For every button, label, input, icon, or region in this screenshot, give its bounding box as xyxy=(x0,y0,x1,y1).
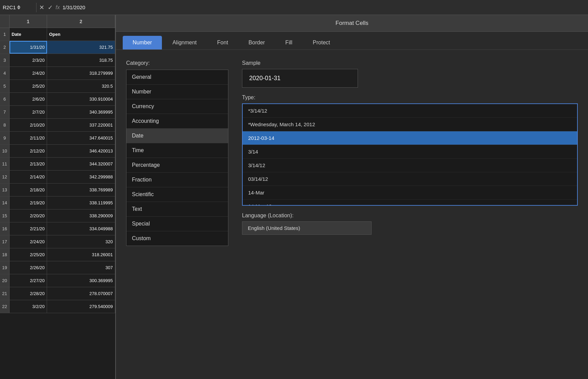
cell-col1[interactable]: 2/12/20 xyxy=(10,145,47,157)
table-row[interactable]: 14 2/19/20 338.119995 xyxy=(0,196,115,209)
cell-col2[interactable]: 318.26001 xyxy=(47,248,115,261)
table-row[interactable]: 2 1/31/20 321.75 xyxy=(0,41,115,54)
arrow-down-icon[interactable] xyxy=(17,8,20,10)
table-row[interactable]: 18 2/25/20 318.26001 xyxy=(0,248,115,261)
type-item[interactable]: 14-Mar xyxy=(243,186,577,200)
type-item[interactable]: 3/14/12 xyxy=(243,159,577,172)
category-item-number[interactable]: Number xyxy=(126,85,228,99)
cell-col1[interactable]: 2/10/20 xyxy=(10,119,47,131)
type-item[interactable]: 03/14/12 xyxy=(243,172,577,186)
category-item-special[interactable]: Special xyxy=(126,217,228,231)
table-row[interactable]: 12 2/14/20 342.299988 xyxy=(0,171,115,184)
cell-col2[interactable]: 347.640015 xyxy=(47,132,115,144)
type-item[interactable]: 3/14 xyxy=(243,145,577,159)
type-item[interactable]: *3/14/12 xyxy=(243,104,577,118)
cell-col2[interactable]: 338.290009 xyxy=(47,209,115,222)
cell-col1[interactable]: 2/21/20 xyxy=(10,222,47,235)
table-row[interactable]: 6 2/6/20 330.910004 xyxy=(0,93,115,106)
cell-col1[interactable]: 2/11/20 xyxy=(10,132,47,144)
sample-section: Sample 2020-01-31 xyxy=(242,60,578,88)
cell-col1[interactable]: 2/24/20 xyxy=(10,235,47,248)
tab-border[interactable]: Border xyxy=(239,36,275,49)
cell-col1[interactable]: 2/26/20 xyxy=(10,261,47,274)
tab-font[interactable]: Font xyxy=(207,36,238,49)
cell-col2[interactable]: 344.320007 xyxy=(47,158,115,170)
table-row[interactable]: 3 2/3/20 318.75 xyxy=(0,54,115,67)
category-item-text[interactable]: Text xyxy=(126,202,228,217)
table-row[interactable]: 16 2/21/20 334.049988 xyxy=(0,222,115,235)
cell-col2[interactable]: 338.119995 xyxy=(47,196,115,209)
cell-col2[interactable]: 340.369995 xyxy=(47,106,115,118)
category-item-scientific[interactable]: Scientific xyxy=(126,187,228,202)
cell-col1[interactable]: 2/3/20 xyxy=(10,54,47,67)
arrow-up-icon[interactable] xyxy=(17,5,20,7)
category-item-custom[interactable]: Custom xyxy=(126,231,228,246)
table-row[interactable]: 9 2/11/20 347.640015 xyxy=(0,132,115,145)
tab-number[interactable]: Number xyxy=(123,36,162,49)
cell-col1[interactable]: 2/5/20 xyxy=(10,80,47,92)
confirm-formula-button[interactable]: ✓ xyxy=(48,4,53,11)
table-row[interactable]: 19 2/26/20 307 xyxy=(0,261,115,274)
cell-col1[interactable]: 3/2/20 xyxy=(10,300,47,313)
cell-col2[interactable]: 338.769989 xyxy=(47,184,115,196)
cell-col2[interactable]: 300.369995 xyxy=(47,274,115,287)
category-item-date[interactable]: Date xyxy=(126,129,228,143)
category-item-general[interactable]: General xyxy=(126,70,228,85)
cell-col2[interactable]: 318.279999 xyxy=(47,67,115,79)
table-row[interactable]: 17 2/24/20 320 xyxy=(0,235,115,248)
cell-col1[interactable]: 2/6/20 xyxy=(10,93,47,105)
cell-col1[interactable]: 2/4/20 xyxy=(10,67,47,79)
cell-col2[interactable]: 330.910004 xyxy=(47,93,115,105)
cell-col1[interactable]: 2/25/20 xyxy=(10,248,47,261)
table-row[interactable]: 5 2/5/20 320.5 xyxy=(0,80,115,93)
category-item-currency[interactable]: Currency xyxy=(126,99,228,114)
cell-col1[interactable]: 2/20/20 xyxy=(10,209,47,222)
cell-col1[interactable]: 2/27/20 xyxy=(10,274,47,287)
formula-input[interactable] xyxy=(62,4,585,10)
language-select[interactable]: English (United States) xyxy=(242,221,372,235)
tab-protect[interactable]: Protect xyxy=(303,36,340,49)
cell-col2[interactable]: 278.070007 xyxy=(47,287,115,300)
cell-col2[interactable]: 279.540009 xyxy=(47,300,115,313)
type-item[interactable]: *Wednesday, March 14, 2012 xyxy=(243,118,577,131)
category-item-time[interactable]: Time xyxy=(126,143,228,158)
table-row[interactable]: 10 2/12/20 346.420013 xyxy=(0,145,115,158)
table-row[interactable]: 15 2/20/20 338.290009 xyxy=(0,209,115,222)
cell-col1[interactable]: 2/7/20 xyxy=(10,106,47,118)
cell-col2[interactable]: 321.75 xyxy=(47,41,115,54)
cell-col1[interactable]: 2/14/20 xyxy=(10,171,47,183)
category-item-percentage[interactable]: Percentage xyxy=(126,158,228,173)
cell-col2[interactable]: 334.049988 xyxy=(47,222,115,235)
table-row[interactable]: 22 3/2/20 279.540009 xyxy=(0,300,115,313)
cell-col2[interactable]: 320.5 xyxy=(47,80,115,92)
tab-alignment[interactable]: Alignment xyxy=(163,36,207,49)
cell-col1[interactable]: Date xyxy=(10,28,47,41)
cancel-formula-button[interactable]: ✕ xyxy=(39,4,44,11)
category-item-fraction[interactable]: Fraction xyxy=(126,173,228,187)
table-row[interactable]: 4 2/4/20 318.279999 xyxy=(0,67,115,80)
cell-col2[interactable]: 337.220001 xyxy=(47,119,115,131)
table-row[interactable]: 1 Date Open xyxy=(0,28,115,41)
cell-col2[interactable]: 318.75 xyxy=(47,54,115,67)
cell-col1[interactable]: 2/13/20 xyxy=(10,158,47,170)
tab-fill[interactable]: Fill xyxy=(275,36,302,49)
cell-col1[interactable]: 1/31/20 xyxy=(10,41,47,54)
cell-col1[interactable]: 2/19/20 xyxy=(10,196,47,209)
cell-ref-arrows[interactable] xyxy=(17,5,20,10)
type-item[interactable]: 14-Mar-12 xyxy=(243,200,577,206)
table-row[interactable]: 8 2/10/20 337.220001 xyxy=(0,119,115,132)
cell-col1[interactable]: 2/18/20 xyxy=(10,184,47,196)
type-item[interactable]: 2012-03-14 xyxy=(243,131,577,145)
table-row[interactable]: 11 2/13/20 344.320007 xyxy=(0,158,115,171)
cell-col2[interactable]: 346.420013 xyxy=(47,145,115,157)
table-row[interactable]: 21 2/28/20 278.070007 xyxy=(0,287,115,300)
table-row[interactable]: 20 2/27/20 300.369995 xyxy=(0,274,115,287)
cell-col2[interactable]: Open xyxy=(47,28,115,41)
category-item-accounting[interactable]: Accounting xyxy=(126,114,228,129)
cell-col2[interactable]: 320 xyxy=(47,235,115,248)
table-row[interactable]: 13 2/18/20 338.769989 xyxy=(0,184,115,196)
cell-col2[interactable]: 307 xyxy=(47,261,115,274)
cell-col1[interactable]: 2/28/20 xyxy=(10,287,47,300)
table-row[interactable]: 7 2/7/20 340.369995 xyxy=(0,106,115,119)
cell-col2[interactable]: 342.299988 xyxy=(47,171,115,183)
